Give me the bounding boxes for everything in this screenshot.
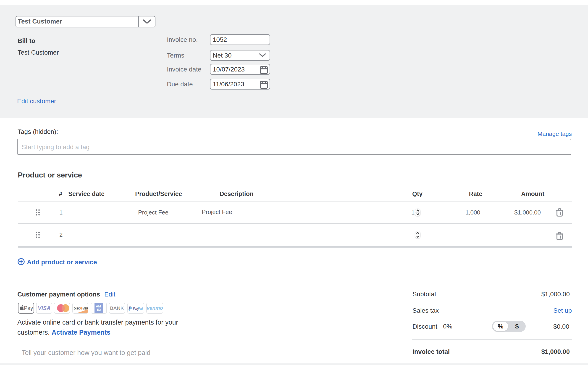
svg-text:Pal: Pal [138,307,143,311]
svg-text:EX: EX [97,308,101,312]
svg-text:AM: AM [96,304,101,308]
svg-text:DISC: DISC [74,307,80,310]
svg-text:VER: VER [83,307,88,310]
svg-text:Pay: Pay [24,305,33,311]
